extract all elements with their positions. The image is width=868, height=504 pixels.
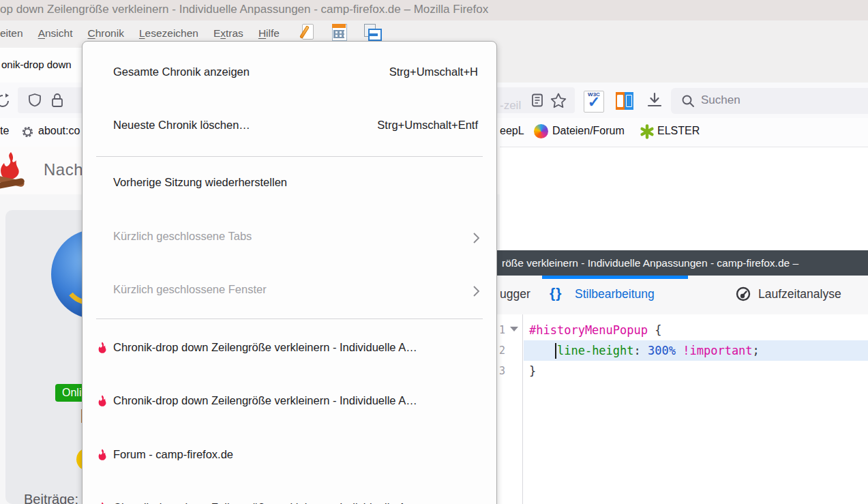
- elster-asterisk-icon: [640, 124, 655, 139]
- tab-debugger-partial[interactable]: ugger: [500, 287, 530, 301]
- devtools-panel: röße verkleinern - Individuelle Anpassun…: [485, 250, 868, 504]
- menu-extras[interactable]: Extras: [206, 26, 251, 41]
- firefox-flame-icon: [95, 394, 109, 409]
- firefox-flame-icon: [95, 448, 109, 462]
- menuitem-geschlossene-tabs[interactable]: Kürzlich geschlossene Tabs: [83, 230, 496, 246]
- menu-bearbeiten-partial[interactable]: eiten: [0, 26, 31, 41]
- menuitem-neueste-chronik-loeschen[interactable]: Neueste Chronik löschen… Strg+Umschalt+E…: [83, 119, 496, 135]
- active-tab-accent: [542, 276, 688, 279]
- shortcut-label: Strg+Umschalt+Entf: [377, 119, 478, 132]
- gauge-icon: [735, 286, 751, 302]
- gear-icon: [20, 125, 35, 139]
- window-titlebar[interactable]: op down Zeilengröße verkleinern - Indivi…: [0, 0, 868, 20]
- code-fold-arrow-icon[interactable]: [510, 327, 518, 331]
- menu-ansicht[interactable]: Ansicht: [31, 26, 80, 41]
- bookmark-dateien-forum[interactable]: Dateien/Forum: [552, 125, 625, 137]
- bookmark-deepl-partial[interactable]: eepL: [500, 125, 524, 137]
- bookmark-partial-left[interactable]: te: [0, 125, 9, 137]
- submenu-chevron-icon: [472, 284, 480, 298]
- history-menu-popup: Gesamte Chronik anzeigen Strg+Umschalt+H…: [82, 41, 497, 504]
- battery-extension-icon[interactable]: [616, 92, 633, 110]
- menuitem-geschlossene-fenster[interactable]: Kürzlich geschlossene Fenster: [83, 283, 496, 299]
- reader-mode-icon[interactable]: [530, 93, 545, 108]
- menuitem-history-entry-partial[interactable]: Chronik-drop down Zeilengröße verkleiner…: [83, 501, 496, 504]
- code-line-1[interactable]: #historyMenuPopup {: [529, 320, 661, 340]
- notes-pencil-icon[interactable]: [300, 23, 316, 41]
- reload-icon[interactable]: [0, 93, 12, 109]
- posts-label: Beiträge:: [24, 492, 78, 504]
- url-text-end: -zeil: [500, 99, 521, 113]
- menu-hilfe[interactable]: Hilfe: [251, 26, 287, 41]
- code-line-3[interactable]: }: [529, 361, 536, 381]
- shield-icon[interactable]: [27, 93, 42, 108]
- menu-chronik[interactable]: Chronik: [80, 26, 131, 41]
- menu-separator: [96, 318, 483, 319]
- bookmark-about-config[interactable]: about:co: [38, 125, 80, 137]
- menuitem-vorherige-sitzung[interactable]: Vorherige Sitzung wiederherstellen: [83, 176, 496, 192]
- firefox-globe-icon: [534, 124, 548, 138]
- duplicate-window-icon[interactable]: [363, 23, 379, 41]
- submenu-chevron-icon: [472, 231, 480, 245]
- menubar-extension-icons: [300, 23, 379, 41]
- search-placeholder: Suchen: [701, 93, 740, 107]
- tab-stilbearbeitung[interactable]: Stilbearbeitung: [575, 287, 655, 301]
- calendar-table-icon[interactable]: [331, 23, 348, 41]
- search-input[interactable]: Suchen: [671, 88, 868, 114]
- menu-bar: eiten Ansicht Chronik Lesezeichen Extras…: [0, 25, 287, 42]
- gutter-divider: [522, 314, 523, 504]
- devtools-target-title: röße verkleinern - Individuelle Anpassun…: [485, 250, 868, 276]
- firefox-flame-icon: [95, 341, 109, 355]
- lock-icon[interactable]: [50, 92, 65, 108]
- menuitem-history-entry[interactable]: Chronik-drop down Zeilengröße verkleiner…: [83, 341, 496, 357]
- menuitem-gesamte-chronik[interactable]: Gesamte Chronik anzeigen Strg+Umschalt+H: [83, 65, 496, 82]
- downloads-icon[interactable]: [644, 91, 665, 109]
- bookmark-star-icon[interactable]: [550, 92, 567, 109]
- bookmark-elster[interactable]: ELSTER: [657, 125, 700, 137]
- w3c-validator-icon[interactable]: W3C ✓: [584, 91, 604, 113]
- tab-laufzeitanalyse[interactable]: Laufzeitanalyse: [758, 287, 841, 301]
- menuitem-history-entry[interactable]: Chronik-drop down Zeilengröße verkleiner…: [83, 394, 496, 411]
- shortcut-label: Strg+Umschalt+H: [389, 65, 478, 78]
- search-icon: [680, 93, 695, 108]
- devtools-tabbar: ugger {} Stilbearbeitung Laufzeitanalyse: [485, 276, 868, 315]
- style-editor-code-area[interactable]: 1 2 3 #historyMenuPopup { line-height: 3…: [485, 314, 868, 504]
- window-title: op down Zeilengröße verkleinern - Indivi…: [0, 3, 868, 16]
- firefox-window: op down Zeilengröße verkleinern - Indivi…: [0, 0, 868, 504]
- code-line-2[interactable]: line-height: 300% !important;: [529, 340, 760, 361]
- braces-icon: {}: [550, 285, 562, 301]
- menu-lesezeichen[interactable]: Lesezeichen: [132, 26, 206, 41]
- text-caret: [555, 343, 556, 359]
- menu-separator: [96, 156, 483, 157]
- firefox-flame-icon: [95, 501, 109, 504]
- campfire-logo: [0, 151, 30, 193]
- menuitem-history-entry[interactable]: Forum - camp-firefox.de: [83, 448, 496, 464]
